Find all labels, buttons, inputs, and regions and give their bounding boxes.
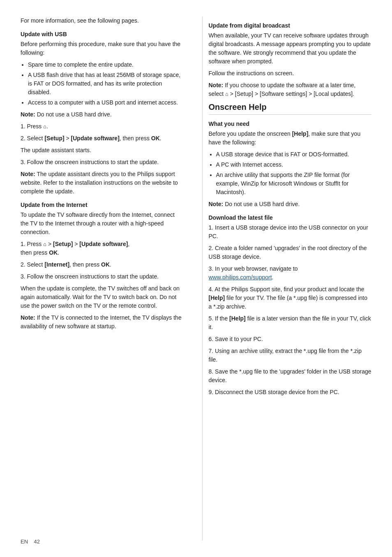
digital-para2: Follow the instructions on screen. xyxy=(209,69,372,78)
usb-note1: Note: Do not use a USB hard drive. xyxy=(21,110,184,119)
update-internet-title: Update from the Internet xyxy=(21,202,184,208)
digital-note: Note: If you choose to update the softwa… xyxy=(209,81,372,98)
download-step5: 5. If the [Help] file is a later version… xyxy=(209,314,372,332)
note2-label: Note: xyxy=(21,171,35,177)
step-1: 1. Press ⌂. xyxy=(21,122,184,131)
list-item: Spare time to complete the entire update… xyxy=(28,60,184,69)
what-you-need-title: What you need xyxy=(209,121,372,127)
step2-ok: OK xyxy=(151,135,160,142)
step3-text: 3. In your web browser, navigate to xyxy=(209,265,298,272)
help-bold2: [Help] xyxy=(209,295,225,301)
list-item: A PC with Internet access. xyxy=(216,160,372,169)
download-step1: 1. Insert a USB storage device into the … xyxy=(209,223,372,241)
download-step8: 8. Save the *.upg file to the 'upgrades'… xyxy=(209,367,372,385)
step2-bold2: [Update software] xyxy=(71,135,120,142)
digital-note-text2: > [Setup] > [Software settings] > [Local… xyxy=(228,91,354,97)
internet-note-label: Note: xyxy=(21,314,35,321)
internet-step2-bold: [Internet] xyxy=(44,261,69,268)
download-step3: 3. In your web browser, navigate to www.… xyxy=(209,265,372,282)
left-column: For more information, see the following … xyxy=(21,16,190,541)
note2-text: The update assistant directs you to the … xyxy=(21,171,178,195)
download-step2: 2. Create a folder named 'upgrades' in t… xyxy=(209,244,372,261)
update-usb-list: Spare time to complete the entire update… xyxy=(28,60,184,107)
note-text: Do not use a USB hard drive. xyxy=(35,111,112,118)
internet-step1-bold1: [Setup] xyxy=(53,241,73,247)
footer-page: 42 xyxy=(34,538,40,545)
wn-note-text: Do not use a USB hard drive. xyxy=(223,201,300,207)
list-item: A USB storage device that is FAT or DOS-… xyxy=(216,150,372,159)
internet-note-text: If the TV is connected to the Internet, … xyxy=(21,314,182,330)
internet-step2-ok: OK xyxy=(101,261,110,268)
home-icon-2: ⌂ xyxy=(43,241,46,247)
download-step9: 9. Disconnect the USB storage device fro… xyxy=(209,388,372,397)
help-bold3: [Help] xyxy=(229,315,246,322)
usb-note2: Note: The update assistant directs you t… xyxy=(21,170,184,196)
internet-step3: 3. Follow the onscreen instructions to s… xyxy=(21,272,184,281)
step-2: 2. Select [Setup] > [Update software], t… xyxy=(21,134,184,143)
internet-step1: 1. Press ⌂ > [Setup] > [Update software]… xyxy=(21,240,184,257)
download-step6: 6. Save it to your PC. xyxy=(209,335,372,343)
list-item: Access to a computer with a USB port and… xyxy=(28,98,184,107)
what-you-need-intro: Before you update the onscreen [Help], m… xyxy=(209,130,372,147)
footer: EN 42 xyxy=(21,538,40,545)
update-internet-intro: To update the TV software directly from … xyxy=(21,211,184,237)
update-usb-title: Update with USB xyxy=(21,31,184,37)
home-icon-3: ⌂ xyxy=(225,91,228,97)
step-3: 3. Follow the onscreen instructions to s… xyxy=(21,158,184,167)
internet-step1-ok: OK xyxy=(49,249,58,256)
step2-bold1: [Setup] xyxy=(44,135,64,142)
download-step4: 4. At the Philips Support site, find you… xyxy=(209,285,372,311)
digital-note-label: Note: xyxy=(209,82,224,88)
press-label: Press xyxy=(27,123,44,130)
internet-step2: 2. Select [Internet], then press OK. xyxy=(21,260,184,269)
right-column: Update from digital broadcast When avail… xyxy=(202,16,372,541)
what-you-need-list: A USB storage device that is FAT or DOS-… xyxy=(216,150,372,197)
wn-note-label: Note: xyxy=(209,201,224,207)
update-usb-intro: Before performing this procedure, make s… xyxy=(21,40,184,57)
page: For more information, see the following … xyxy=(0,0,392,557)
onscreen-help-heading: Onscreen Help xyxy=(209,102,372,115)
help-bold: [Help] xyxy=(292,130,309,137)
download-file-title: Download the latest file xyxy=(209,214,372,221)
home-icon-1: ⌂ xyxy=(43,123,46,130)
internet-para1: When the update is complete, the TV swit… xyxy=(21,284,184,310)
step-2-helper: The update assistant starts. xyxy=(21,146,184,155)
update-digital-title: Update from digital broadcast xyxy=(209,22,372,29)
step3-end: . xyxy=(272,274,274,281)
list-item: A USB flash drive that has at least 256M… xyxy=(28,71,184,97)
footer-lang: EN xyxy=(21,538,28,545)
download-step7: 7. Using an archive utility, extract the… xyxy=(209,347,372,364)
internet-note: Note: If the TV is connected to the Inte… xyxy=(21,313,184,331)
note-label: Note: xyxy=(21,111,35,118)
internet-step1-bold2: [Update software] xyxy=(79,241,128,247)
intro-text: For more information, see the following … xyxy=(21,16,184,25)
what-you-need-note: Note: Do not use a USB hard drive. xyxy=(209,200,372,209)
list-item: An archive utility that supports the ZIP… xyxy=(216,171,372,197)
digital-para1: When available, your TV can receive soft… xyxy=(209,31,372,66)
philips-link[interactable]: www.philips.com/support xyxy=(209,274,272,281)
